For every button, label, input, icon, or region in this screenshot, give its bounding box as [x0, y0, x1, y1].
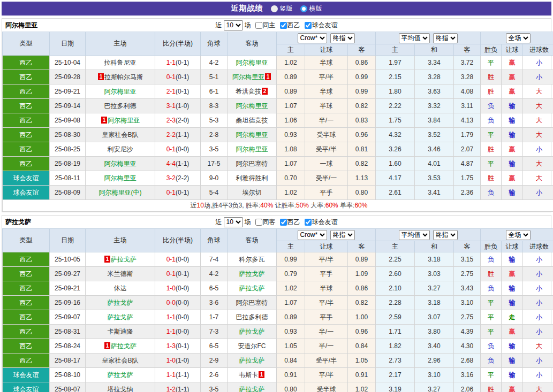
team-name-link[interactable]: 科尔多瓦: [239, 256, 265, 263]
result-cell: 负: [481, 339, 502, 353]
result-cell: 平: [481, 56, 502, 70]
date-cell: 25-08-30: [50, 128, 86, 142]
full-time-score: 1-1: [166, 328, 176, 335]
score-cell: 1-3(0-1): [155, 339, 201, 353]
team-name-link[interactable]: 萨拉戈萨: [239, 328, 265, 335]
team-name-link[interactable]: 休达: [114, 285, 127, 292]
team-name-link[interactable]: 阿尔梅里亚: [236, 145, 268, 153]
team-name-link[interactable]: 阿尔巴塞特: [236, 299, 268, 306]
team-name-link[interactable]: 巴拉多利德: [236, 313, 268, 321]
bookmaker-select[interactable]: Crow*: [298, 33, 327, 43]
score-cell: 1-2(1-1): [155, 382, 201, 392]
euro-home-odds-cell: 1.60: [376, 157, 415, 171]
team-name-link[interactable]: 阿尔巴塞特: [236, 160, 268, 167]
friendly-checkbox[interactable]: [305, 219, 312, 226]
asia-handicap-cell: 半球: [305, 56, 348, 70]
asia-final-select[interactable]: 终指: [330, 230, 355, 240]
goals-result-cell: 小: [523, 281, 553, 296]
team-name-link[interactable]: 阿尔梅里亚: [232, 73, 264, 81]
euro-draw-odds-cell: 3.80: [415, 325, 454, 339]
team-name-link[interactable]: 塔拉戈纳: [108, 386, 133, 392]
scope-select[interactable]: 全场: [506, 33, 531, 43]
bookmaker-select[interactable]: Crow*: [298, 230, 327, 240]
euro-final-select[interactable]: 终指: [433, 33, 458, 43]
friendly-checkbox[interactable]: [305, 22, 312, 29]
half-time-score: (0-1): [176, 73, 189, 81]
scope-select[interactable]: 全场: [506, 230, 531, 240]
team-name-link[interactable]: 希洪竞技: [236, 88, 261, 95]
radio-selected-icon[interactable]: [300, 5, 307, 12]
home-team-cell: 卡斯迪隆: [86, 325, 155, 339]
score-cell: 3-2(2-2): [155, 171, 201, 186]
team-name-link[interactable]: 韦斯卡: [239, 371, 258, 379]
asia-away-odds-cell: 0.99: [348, 84, 376, 99]
full-time-score: 3-2: [166, 174, 176, 182]
team-name-link[interactable]: 埃尔切: [243, 189, 262, 196]
radio-unselected-icon[interactable]: [271, 5, 278, 12]
team-name-link[interactable]: 拉斯帕尔马斯: [104, 73, 143, 81]
team-name-link[interactable]: 米兰德斯: [108, 270, 133, 278]
euro-home-odds-cell: 4.32: [376, 128, 415, 142]
match-row: 西乙25-09-27米兰德斯0-1(0-1)4-2萨拉戈萨0.79平手1.092…: [3, 267, 553, 281]
score-cell: 4-4(1-1): [155, 157, 201, 171]
same-venue-checkbox[interactable]: [255, 22, 262, 29]
asia-handicap-cell: 半/一: [305, 325, 348, 339]
team-name-link[interactable]: 阿尔梅里亚: [236, 102, 268, 110]
euro-home-odds-cell: 2.17: [376, 368, 415, 382]
team-name-link[interactable]: 萨拉戈萨: [108, 313, 133, 321]
result-cell: 胜: [481, 70, 502, 84]
match-count-select[interactable]: 10: [224, 20, 243, 30]
score-cell: 0-1(0-1): [155, 70, 201, 84]
goals-result-cell: 小: [523, 70, 553, 84]
euro-home-odds-cell: 2.28: [376, 296, 415, 310]
team-name-link[interactable]: 桑坦德竞技: [236, 117, 268, 124]
team-name-link[interactable]: 萨拉戈萨: [239, 270, 265, 278]
goals-result-cell: 大: [523, 99, 553, 113]
asia-away-odds-cell: 0.82: [348, 296, 376, 310]
league-checkbox[interactable]: [280, 22, 287, 29]
euro-draw-odds-cell: 3.28: [415, 70, 454, 84]
average-select[interactable]: 平均值: [399, 230, 430, 240]
team-name-link[interactable]: 阿尔梅里亚: [236, 131, 268, 139]
team-name-link[interactable]: 阿尔梅里亚(中): [99, 189, 142, 196]
match-count-select[interactable]: 10: [224, 217, 243, 227]
euro-away-odds-cell: 2.68: [454, 353, 481, 368]
euro-final-select[interactable]: 终指: [433, 230, 458, 240]
asia-final-select[interactable]: 终指: [330, 33, 355, 43]
team-name-link[interactable]: 巴拉多利德: [104, 102, 137, 110]
team-name-link[interactable]: 阿尔梅里亚: [236, 59, 268, 66]
team-name-link[interactable]: 萨拉戈萨: [111, 256, 137, 263]
horizontal-layout-radio[interactable]: 横版: [300, 4, 322, 13]
same-venue-checkbox[interactable]: [255, 219, 262, 226]
team-name-link[interactable]: 皇家社会B队: [102, 131, 138, 139]
team-name-link[interactable]: 阿尔梅里亚: [108, 117, 140, 124]
match-row: 西乙25-09-281拉斯帕尔马斯0-1(0-1)5-1阿尔梅里亚10.89平/…: [3, 70, 553, 84]
team-name-link[interactable]: 萨拉戈萨: [108, 299, 133, 306]
team-name-link[interactable]: 卡斯迪隆: [108, 328, 133, 335]
team-name-link[interactable]: 萨拉戈萨: [111, 342, 137, 350]
league-type-cell: 西乙: [3, 296, 50, 310]
team-name-link[interactable]: 阿尔梅里亚: [104, 88, 137, 95]
average-select[interactable]: 平均值: [399, 33, 430, 43]
red-card-badge: 2: [262, 88, 268, 95]
col-type: 类型: [3, 32, 50, 56]
league-checkbox[interactable]: [280, 219, 287, 226]
team-name-link[interactable]: 安道尔FC: [238, 342, 266, 350]
match-row: 球会友谊25-08-07塔拉戈纳1-2(1-1)3-5萨拉戈萨0.80受半球1.…: [3, 382, 553, 392]
team-name-link[interactable]: 萨拉戈萨: [239, 357, 265, 364]
team-name-link[interactable]: 阿尔梅里亚: [104, 160, 137, 167]
away-team-cell: 萨拉戈萨: [228, 325, 277, 339]
team-name-link[interactable]: 利雅得胜利: [236, 174, 268, 182]
red-card-badge: 1: [104, 342, 110, 349]
team-name-link[interactable]: 阿尔梅里亚: [104, 174, 137, 182]
team-name-link[interactable]: 萨拉戈萨: [239, 386, 265, 392]
vertical-layout-radio[interactable]: 竖版: [271, 4, 293, 13]
col-euro-draw: 和: [415, 44, 454, 56]
team-name-link[interactable]: 利安尼沙: [108, 145, 133, 153]
team-name-link[interactable]: 萨拉戈萨: [108, 371, 133, 379]
team-name-link[interactable]: 拉科鲁尼亚: [104, 59, 137, 66]
team-name-link[interactable]: 皇家社会B队: [102, 357, 138, 364]
team-name-link[interactable]: 萨拉戈萨: [239, 285, 265, 292]
home-team-cell: 拉科鲁尼亚: [86, 56, 155, 70]
score-cell: 1-0(0-0): [155, 281, 201, 296]
